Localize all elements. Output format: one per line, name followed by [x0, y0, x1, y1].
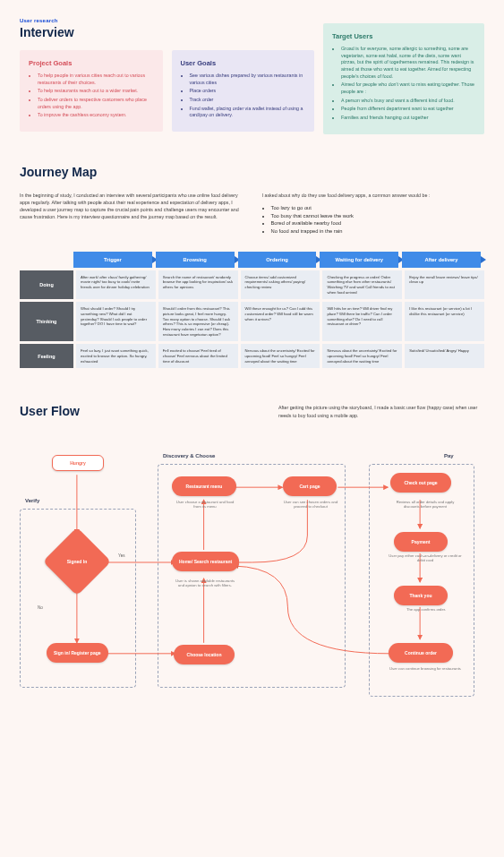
user-goal-item: Track order [190, 97, 306, 104]
sub-payment: User pay either cash-on-delivery or cred… [389, 553, 462, 563]
target-users-title: Target Users [332, 32, 475, 40]
sub-thankyou: The app confirms order. [390, 607, 462, 612]
target-user-item: Groad is for everyone, some allergic to … [341, 46, 475, 80]
journey-stage: Waiting for delivery [320, 252, 398, 268]
user-flow-title: User Flow [20, 404, 80, 418]
journey-map-title: Journey Map [20, 165, 484, 179]
journey-row-label: Doing [20, 270, 73, 300]
journey-map-intro: In the beginning of study, I conducted a… [20, 192, 484, 236]
project-goals-card: Project Goals To help people in various … [20, 50, 163, 132]
journey-cell: Nervous about the uncertainty/ Excited f… [322, 344, 402, 368]
node-checkout: Check out page [390, 473, 451, 493]
node-payment: Payment [394, 532, 448, 552]
node-continue: Continue order [389, 643, 453, 663]
sub-restaurant-menu: User choose a restaurant and food from i… [174, 500, 236, 510]
target-user-item: Families and friends hanging out togethe… [341, 115, 475, 122]
journey-row-label: Feeling [20, 344, 73, 368]
journey-cell: What should I order? Should I try someth… [76, 302, 156, 341]
user-goal-item: Place orders [190, 88, 306, 95]
node-signin-register: Sign in/ Register page [47, 643, 108, 663]
journey-cell: Should I order from this restaurant? Thi… [158, 302, 238, 341]
journey-intro-reason: Bored of available nearby food [271, 219, 485, 227]
node-home-search: Home/ Search restaurant [172, 552, 239, 571]
project-goal-item: To help restaurants reach out to a wider… [38, 88, 154, 95]
journey-cell: Enjoy the meal/ leave reviews/ leave tip… [405, 270, 484, 300]
target-user-item: People from different department want to… [341, 106, 475, 113]
journey-cell: Nervous about the uncertainty/ Excited f… [241, 344, 320, 368]
journey-row-label: Thinking [20, 302, 73, 341]
node-choose-location: Choose location [174, 645, 235, 664]
journey-stage: Browsing [156, 252, 235, 268]
project-goal-item: To help people in various cities reach o… [38, 73, 154, 86]
journey-intro-reason: Too lazy to go out [271, 204, 485, 212]
journey-intro-reason: No food and trapped in the rain [271, 227, 485, 236]
target-user-item: A person who's busy and want a different… [341, 98, 475, 105]
sub-checkout: Reviews all order details and apply disc… [389, 500, 462, 510]
journey-stage: After delivery [402, 252, 481, 268]
project-goal-item: To deliver orders to respective customer… [38, 97, 154, 110]
node-hungry: Hungry [52, 455, 104, 471]
journey-cell: After work/ after class/ family gatherin… [76, 270, 156, 300]
user-goals-card: User Goals See various dishes prepared b… [172, 50, 315, 132]
node-restaurant-menu: Restaurant menu [172, 476, 236, 496]
user-goal-item: See various dishes prepared by various r… [190, 73, 306, 86]
journey-cell: Fell excited to choose/ Feel tired of ch… [158, 344, 238, 368]
journey-cell: I like this restaurant (or service) a lo… [405, 302, 484, 341]
target-users-card: Target Users Groad is for everyone, some… [323, 23, 484, 134]
journey-cell: Will htits be on time? Will driver find … [322, 302, 402, 341]
journey-stage: Ordering [238, 252, 317, 268]
user-flow-intro: After getting the picture using the stor… [278, 404, 484, 418]
journey-intro-left: In the beginning of study, I conducted a… [20, 192, 243, 221]
journey-cell: Satisfied/ Unsatisfied/ Angry/ Happy [405, 344, 484, 368]
user-goals-title: User Goals [181, 59, 306, 67]
journey-cell: Feel so lazy. I just want something quic… [76, 344, 156, 368]
target-user-item: Aimed for people who don't want to miss … [341, 81, 475, 95]
journey-cell: Search the name of restaurant/ randomly … [158, 270, 238, 300]
journey-stage: Trigger [73, 252, 152, 268]
user-goal-item: Fund wallet, placing order via wallet in… [190, 106, 306, 119]
goals-row: Project Goals To help people in various … [20, 50, 484, 134]
node-cart: Cart page [283, 476, 337, 496]
sub-home-search: User is shown available restaurants and … [174, 578, 236, 588]
sub-cart: User can see chosen orders and proceed t… [279, 500, 342, 510]
user-flow-diagram: Verify Discovery & Choose Pay [20, 428, 484, 706]
journey-cell: Will these enought for us? Can I add thi… [241, 302, 320, 341]
journey-cell: Choose items/ add customized requirement… [241, 270, 320, 300]
node-thankyou: Thank you [394, 586, 448, 605]
project-goals-title: Project Goals [29, 59, 154, 67]
project-goal-item: To improve the cashless economy system. [38, 112, 154, 119]
journey-intro-reason: Too busy that cannot leave the work [271, 212, 485, 220]
edge-no: No [38, 605, 43, 610]
edge-yes: Yes [118, 553, 125, 558]
journey-intro-right-lead: I asked about why do they use food deliv… [262, 192, 485, 199]
journey-map-table: Trigger Browsing Ordering Waiting for de… [20, 252, 484, 369]
node-signed-in-label: Signed In [67, 559, 88, 564]
journey-cell: Checking the progress or order/ Order so… [322, 270, 402, 300]
sub-continue: User can continue browsing for restauran… [389, 666, 462, 671]
